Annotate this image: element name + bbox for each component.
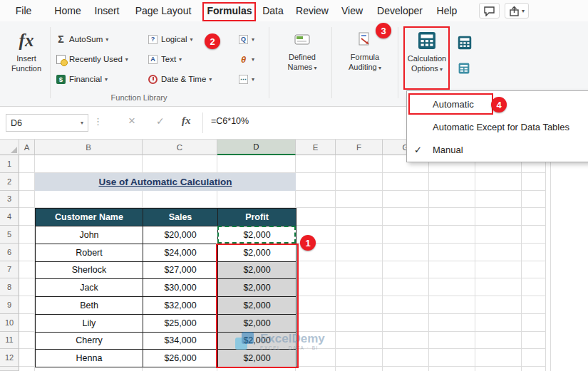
group-separator (50, 27, 51, 98)
lookup-reference-icon: Q (239, 35, 248, 44)
text-button[interactable]: A Text ▾ (148, 51, 182, 68)
select-all-corner[interactable] (0, 140, 19, 155)
cell-B11[interactable]: Cherry (36, 333, 143, 350)
row-header-7[interactable]: 7 (0, 261, 19, 279)
annotation-badge-2: 2 (205, 33, 220, 49)
cell-C7[interactable]: $27,000 (143, 262, 218, 280)
chevron-down-icon: ▾ (179, 56, 182, 63)
gridline (382, 155, 383, 371)
ribbon-tab-developer[interactable]: Developer (374, 0, 425, 21)
column-header-b[interactable]: B (35, 140, 143, 155)
gridline (475, 155, 475, 371)
annotation-box-profit-range (216, 244, 299, 368)
financial-button[interactable]: $ Financial ▾ (56, 70, 108, 88)
gridline (521, 155, 522, 371)
table-header-profit: Profit (218, 209, 296, 226)
cell-C8[interactable]: $30,000 (143, 279, 218, 297)
group-separator (398, 27, 398, 98)
gridline (335, 155, 336, 371)
row-header-4[interactable]: 4 (0, 208, 19, 226)
row-header-6[interactable]: 6 (0, 244, 19, 261)
column-header-e[interactable]: E (296, 140, 336, 155)
cell-B12[interactable]: Henna (36, 350, 143, 367)
menu-item-manual[interactable]: ✓Manual (407, 138, 588, 161)
ribbon-tab-insert[interactable]: Insert (91, 0, 122, 21)
ribbon-tab-help[interactable]: Help (434, 0, 460, 21)
recently-used-icon (56, 55, 66, 64)
row-header-12[interactable]: 12 (0, 349, 19, 367)
financial-icon: $ (56, 75, 66, 84)
cell-B7[interactable]: Sherlock (36, 262, 143, 280)
copied-cell-outline (217, 226, 296, 244)
column-header-d[interactable]: D (217, 140, 296, 155)
ribbon-tab-review[interactable]: Review (293, 0, 331, 21)
ribbon-tab-home[interactable]: Home (51, 0, 83, 21)
ribbon-tab-data[interactable]: Data (259, 0, 287, 21)
comment-icon (483, 6, 495, 16)
row-header-2[interactable]: 2 (0, 173, 19, 191)
menu-item-label: Automatic Except for Data Tables (433, 122, 569, 132)
cell-C11[interactable]: $34,000 (143, 333, 218, 350)
cell-B5[interactable]: John (36, 226, 143, 244)
cell-C12[interactable]: $26,000 (143, 350, 218, 367)
row-header-partial[interactable] (0, 367, 19, 371)
name-box[interactable]: D6 ▾ (6, 114, 88, 132)
sheet-edge-line (550, 155, 551, 371)
table-header-sales: Sales (143, 209, 218, 226)
autosum-button[interactable]: Σ AutoSum ▾ (56, 31, 108, 48)
cancel-icon[interactable]: × (128, 114, 135, 128)
menu-item-automatic-except-for-data-tables[interactable]: Automatic Except for Data Tables (407, 115, 588, 138)
cell-B10[interactable]: Lily (36, 315, 143, 333)
formula-bar-drag-handle-icon[interactable]: ⋮ (93, 116, 103, 127)
recently-used-button[interactable]: Recently Used ▾ (56, 51, 128, 68)
cell-B8[interactable]: Jack (36, 279, 143, 297)
cell-B9[interactable]: Beth (36, 297, 143, 315)
calculate-sheet-button[interactable] (458, 63, 470, 74)
share-button[interactable]: ▾ (505, 3, 529, 19)
annotation-badge-3: 3 (376, 23, 391, 38)
calculate-now-button[interactable] (458, 36, 472, 50)
column-header-f[interactable]: F (336, 140, 383, 155)
row-header-8[interactable]: 8 (0, 278, 19, 296)
annotation-box-formulas-tab (202, 2, 256, 21)
gridline (428, 155, 429, 371)
cell-C6[interactable]: $24,000 (143, 244, 218, 262)
column-header-a[interactable]: A (19, 140, 35, 155)
formula-auditing-icon (356, 31, 373, 48)
column-header-c[interactable]: C (143, 140, 217, 155)
annotation-badge-4: 4 (491, 97, 507, 113)
formula-bar-divider (202, 113, 203, 133)
enter-icon[interactable]: ✓ (156, 115, 165, 127)
math-trig-button[interactable]: θ ▾ (238, 51, 254, 68)
ribbon-tab-page-layout[interactable]: Page Layout (133, 0, 195, 21)
cell-C5[interactable]: $20,000 (143, 226, 218, 244)
row-header-9[interactable]: 9 (0, 296, 19, 314)
autosum-icon: Σ (56, 34, 66, 45)
row-header-5[interactable]: 5 (0, 226, 19, 244)
insert-function-label: Insert Function (6, 53, 47, 74)
row-header-1[interactable]: 1 (0, 155, 19, 173)
table-header-customer-name: Customer Name (36, 209, 143, 226)
cell-B6[interactable]: Robert (36, 244, 143, 262)
date-time-icon (148, 75, 158, 84)
defined-names-button[interactable]: Defined Names (278, 26, 326, 101)
logical-button[interactable]: ? Logical ▾ (148, 31, 192, 48)
ribbon-tab-file[interactable]: File (13, 0, 35, 21)
cell-C10[interactable]: $25,000 (143, 315, 218, 333)
date-time-button[interactable]: Date & Time ▾ (148, 70, 212, 88)
row-header-3[interactable]: 3 (0, 191, 19, 209)
row-header-10[interactable]: 10 (0, 314, 19, 332)
chevron-down-icon: ▾ (81, 120, 83, 126)
lookup-reference-button[interactable]: Q ▾ (238, 31, 254, 48)
formula-input[interactable]: =C6*10% (211, 116, 249, 126)
row-header-11[interactable]: 11 (0, 332, 19, 350)
more-functions-button[interactable]: ⋯ ▾ (238, 70, 254, 88)
insert-function-fx-icon[interactable]: fx (182, 115, 191, 127)
ribbon-tab-bar: FileHomeInsertPage LayoutFormulasDataRev… (0, 0, 588, 21)
ribbon-tab-view[interactable]: View (339, 0, 366, 21)
insert-function-button[interactable]: fx Insert Function (6, 26, 47, 101)
chevron-down-icon: ▾ (190, 36, 192, 43)
function-library-group-label: Function Library (43, 93, 235, 102)
cell-C9[interactable]: $32,000 (143, 297, 218, 315)
comment-button[interactable] (479, 3, 500, 19)
